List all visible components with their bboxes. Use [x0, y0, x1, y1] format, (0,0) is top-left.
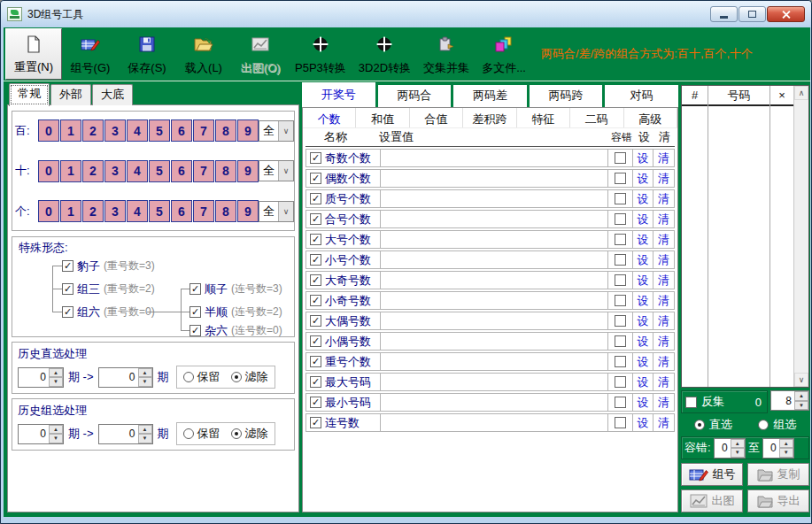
- titlebar[interactable]: 3D组号工具: [1, 1, 811, 27]
- periods-from-spinner[interactable]: 0▲▼: [18, 367, 64, 388]
- row-enabled-checkbox[interactable]: ✓: [310, 417, 321, 428]
- spinner-up-icon[interactable]: ▲: [779, 439, 793, 449]
- multifile-button[interactable]: 多文件...: [476, 28, 532, 80]
- special-form-checkbox[interactable]: ✓: [62, 260, 73, 272]
- select-all-dropdown[interactable]: 全∨: [259, 120, 294, 142]
- inverse-set-checkbox[interactable]: [685, 397, 697, 408]
- digit-button-9[interactable]: 9: [237, 200, 259, 222]
- digit-button-6[interactable]: 6: [171, 200, 192, 222]
- select-all-dropdown[interactable]: 全∨: [259, 160, 294, 181]
- tolerance-checkbox[interactable]: [615, 274, 626, 286]
- row-enabled-checkbox[interactable]: ✓: [310, 397, 321, 408]
- set-value-input[interactable]: [380, 190, 608, 207]
- 3d2d-convert-button[interactable]: 3D2D转换: [352, 28, 417, 80]
- subtab-差积跨[interactable]: 差积跨: [463, 108, 516, 127]
- row-enabled-checkbox[interactable]: ✓: [310, 213, 321, 225]
- scroll-down-icon[interactable]: ∨: [794, 373, 808, 387]
- digit-button-6[interactable]: 6: [171, 160, 192, 182]
- special-form-checkbox[interactable]: ✓: [62, 283, 73, 295]
- subtab-二码[interactable]: 二码: [570, 108, 623, 127]
- spinner-up-icon[interactable]: ▲: [138, 368, 152, 378]
- set-link[interactable]: 设: [633, 353, 653, 370]
- tolerance-checkbox[interactable]: [615, 213, 626, 225]
- tolerance-checkbox[interactable]: [615, 254, 626, 266]
- spinner-down-icon[interactable]: ▼: [49, 377, 63, 387]
- digit-button-2[interactable]: 2: [82, 119, 104, 142]
- spinner-down-icon[interactable]: ▼: [779, 448, 793, 458]
- clear-link[interactable]: 清: [653, 292, 674, 309]
- subtab-高级[interactable]: 高级: [624, 108, 677, 127]
- select-all-dropdown[interactable]: 全∨: [259, 201, 294, 222]
- scroll-up-icon[interactable]: ∧: [794, 86, 808, 100]
- tab-两码差[interactable]: 两码差: [453, 85, 527, 107]
- set-link[interactable]: 设: [633, 312, 653, 329]
- radio-option-保留[interactable]: 保留: [183, 369, 220, 385]
- tolerance-checkbox[interactable]: [615, 152, 626, 164]
- clear-link[interactable]: 清: [653, 170, 674, 187]
- tolerance-to-spinner[interactable]: 0▲▼: [762, 438, 794, 458]
- digit-button-9[interactable]: 9: [237, 119, 259, 142]
- group-button[interactable]: 组号: [681, 463, 743, 486]
- tolerance-checkbox[interactable]: [615, 376, 626, 388]
- row-enabled-checkbox[interactable]: ✓: [310, 335, 321, 347]
- set-value-input[interactable]: [380, 414, 608, 431]
- tolerance-checkbox[interactable]: [615, 234, 626, 245]
- set-link[interactable]: 设: [633, 374, 653, 390]
- set-value-input[interactable]: [380, 312, 608, 329]
- subtab-个数[interactable]: 个数: [303, 108, 356, 127]
- row-enabled-checkbox[interactable]: ✓: [310, 193, 321, 204]
- set-link[interactable]: 设: [633, 292, 653, 309]
- clear-link[interactable]: 清: [653, 414, 674, 431]
- tolerance-from-spinner[interactable]: 0▲▼: [714, 438, 746, 458]
- clear-link[interactable]: 清: [653, 211, 674, 227]
- tolerance-checkbox[interactable]: [615, 173, 626, 184]
- maximize-button[interactable]: [739, 6, 766, 22]
- special-form-checkbox[interactable]: ✓: [189, 283, 201, 295]
- row-enabled-checkbox[interactable]: ✓: [310, 173, 321, 184]
- radio-icon[interactable]: [183, 428, 194, 439]
- clear-link[interactable]: 清: [653, 353, 674, 370]
- set-value-input[interactable]: [380, 333, 608, 350]
- set-value-input[interactable]: [380, 394, 608, 411]
- clear-link[interactable]: 清: [653, 394, 674, 411]
- tolerance-checkbox[interactable]: [615, 193, 626, 204]
- radio-icon[interactable]: [183, 372, 194, 382]
- set-value-input[interactable]: [380, 231, 608, 248]
- row-enabled-checkbox[interactable]: ✓: [310, 356, 321, 367]
- set-value-input[interactable]: [380, 353, 608, 370]
- tolerance-checkbox[interactable]: [615, 335, 626, 347]
- load-button[interactable]: 载入(L): [175, 28, 232, 80]
- tolerance-checkbox[interactable]: [615, 315, 626, 327]
- digit-button-1[interactable]: 1: [60, 200, 81, 222]
- set-link[interactable]: 设: [633, 190, 653, 207]
- digit-button-8[interactable]: 8: [215, 200, 236, 222]
- set-value-input[interactable]: [380, 374, 608, 390]
- digit-button-6[interactable]: 6: [171, 119, 192, 142]
- digit-button-9[interactable]: 9: [237, 160, 259, 182]
- set-link[interactable]: 设: [633, 414, 653, 431]
- tolerance-checkbox[interactable]: [615, 295, 626, 306]
- radio-icon[interactable]: [694, 420, 705, 430]
- subtab-和值[interactable]: 和值: [356, 108, 409, 127]
- delete-column-header[interactable]: ×: [770, 86, 793, 106]
- spinner-down-icon[interactable]: ▼: [138, 434, 152, 443]
- radio-icon[interactable]: [758, 420, 769, 430]
- left-tab-大底[interactable]: 大底: [92, 84, 133, 105]
- group-button[interactable]: 组号(G): [62, 28, 119, 80]
- set-value-input[interactable]: [380, 150, 608, 166]
- tolerance-checkbox[interactable]: [615, 417, 626, 428]
- clear-link[interactable]: 清: [653, 251, 674, 268]
- digit-button-4[interactable]: 4: [127, 160, 148, 182]
- digit-count-spinner[interactable]: 8▲▼: [770, 390, 809, 411]
- special-form-checkbox[interactable]: ✓: [189, 325, 201, 336]
- mode-option-组选[interactable]: 组选: [758, 417, 796, 433]
- chevron-down-icon[interactable]: ∨: [278, 161, 293, 181]
- tolerance-checkbox[interactable]: [615, 397, 626, 408]
- spinner-up-icon[interactable]: ▲: [49, 425, 63, 435]
- digit-button-3[interactable]: 3: [104, 119, 126, 142]
- periods-to-spinner[interactable]: 0▲▼: [98, 424, 153, 444]
- chevron-down-icon[interactable]: ∨: [278, 202, 293, 221]
- radio-option-滤除[interactable]: 滤除: [231, 426, 268, 442]
- digit-button-0[interactable]: 0: [38, 119, 59, 142]
- set-link[interactable]: 设: [633, 394, 653, 411]
